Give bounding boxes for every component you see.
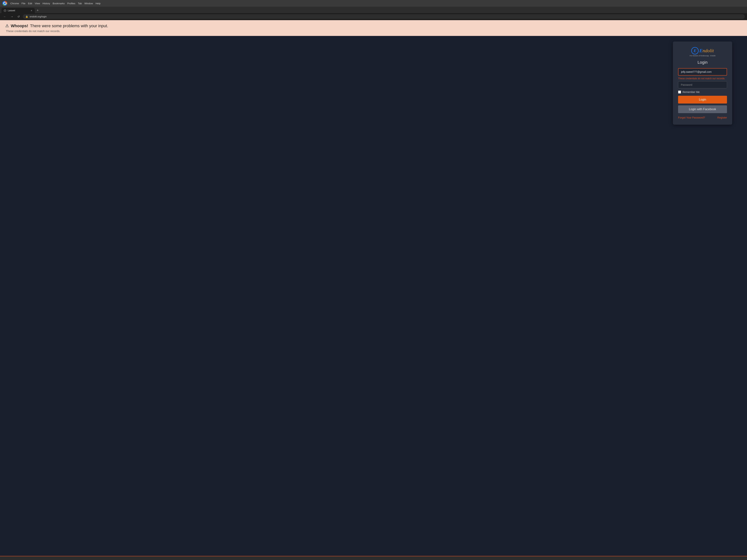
login-button[interactable]: Login bbox=[678, 96, 727, 104]
facebook-login-button[interactable]: Login with Facebook bbox=[678, 105, 727, 113]
menu-file[interactable]: File bbox=[22, 2, 25, 5]
email-field[interactable] bbox=[678, 68, 727, 76]
menu-chrome[interactable]: Chrome bbox=[10, 2, 19, 5]
logo-area: E Endolit For Doctors of Endoscopy · End… bbox=[678, 47, 727, 57]
error-title-bold: Whoops! bbox=[11, 24, 28, 28]
forgot-password-link[interactable]: Forgot Your Password? bbox=[678, 116, 705, 119]
bottom-links: Forgot Your Password? Register bbox=[678, 116, 727, 119]
logo-ndolit: ndolit bbox=[702, 48, 714, 53]
remember-me-checkbox[interactable] bbox=[678, 90, 681, 94]
chrome-logo bbox=[2, 1, 7, 6]
error-banner: ⚠ Whoops! There were some problems with … bbox=[0, 20, 747, 36]
email-input-group bbox=[678, 68, 727, 76]
tab-close-button[interactable]: × bbox=[30, 9, 33, 12]
card-title: Login bbox=[678, 60, 727, 65]
main-area: E Endolit For Doctors of Endoscopy · End… bbox=[0, 36, 747, 132]
menu-help[interactable]: Help bbox=[96, 2, 101, 5]
menu-history[interactable]: History bbox=[43, 2, 50, 5]
logo-icon-e: E bbox=[694, 48, 696, 53]
menu-bookmarks[interactable]: Bookmarks bbox=[53, 2, 65, 5]
error-banner-title: ⚠ Whoops! There were some problems with … bbox=[5, 24, 742, 28]
error-title-rest: There were some problems with your input… bbox=[30, 24, 108, 28]
logo-tagline: For Doctors of Endoscopy · Endolit bbox=[690, 55, 715, 57]
menu-profiles[interactable]: Profiles bbox=[67, 2, 75, 5]
new-tab-button[interactable]: + bbox=[35, 8, 41, 13]
address-bar-row: ← → ↺ 🔒 endolit.org/login bbox=[0, 13, 747, 20]
menu-items: Chrome File Edit View History Bookmarks … bbox=[10, 2, 100, 5]
tab-favicon bbox=[4, 9, 6, 12]
logo-e: E bbox=[699, 48, 702, 53]
logo-graphic: E Endolit bbox=[690, 47, 715, 54]
login-card: E Endolit For Doctors of Endoscopy · End… bbox=[673, 42, 732, 125]
remember-me-label: Remember Me bbox=[682, 90, 700, 94]
status-bar bbox=[0, 556, 747, 560]
error-banner-subtitle: These credentials do not match our recor… bbox=[6, 29, 742, 33]
remember-me-row: Remember Me bbox=[678, 90, 727, 94]
address-bar[interactable]: 🔒 endolit.org/login bbox=[23, 14, 745, 19]
url-display: endolit.org/login bbox=[30, 15, 47, 18]
page-content: ⚠ Whoops! There were some problems with … bbox=[0, 20, 747, 560]
tab-bar: Laravel × + bbox=[0, 7, 747, 13]
active-tab[interactable]: Laravel × bbox=[1, 8, 35, 13]
menu-tab[interactable]: Tab bbox=[78, 2, 82, 5]
browser-chrome: Chrome File Edit View History Bookmarks … bbox=[0, 0, 747, 20]
forward-button[interactable]: → bbox=[9, 15, 15, 19]
back-button[interactable]: ← bbox=[2, 15, 7, 19]
menu-edit[interactable]: Edit bbox=[28, 2, 32, 5]
refresh-button[interactable]: ↺ bbox=[16, 15, 21, 19]
password-input-group bbox=[678, 81, 727, 88]
svg-point-2 bbox=[4, 2, 6, 4]
password-field[interactable] bbox=[678, 81, 727, 88]
svg-point-4 bbox=[5, 10, 5, 11]
logo-container: E Endolit For Doctors of Endoscopy · End… bbox=[690, 47, 715, 57]
logo-icon-circle: E bbox=[691, 47, 699, 54]
menu-bar: Chrome File Edit View History Bookmarks … bbox=[0, 0, 747, 7]
warning-icon: ⚠ bbox=[5, 24, 9, 28]
logo-text: Endolit bbox=[699, 48, 714, 54]
lock-icon: 🔒 bbox=[25, 16, 28, 18]
register-link[interactable]: Register bbox=[717, 116, 727, 119]
menu-window[interactable]: Window bbox=[84, 2, 93, 5]
menu-view[interactable]: View bbox=[35, 2, 40, 5]
email-error-text: These credentials do not match our recor… bbox=[678, 77, 727, 80]
tab-title: Laravel bbox=[8, 9, 29, 12]
